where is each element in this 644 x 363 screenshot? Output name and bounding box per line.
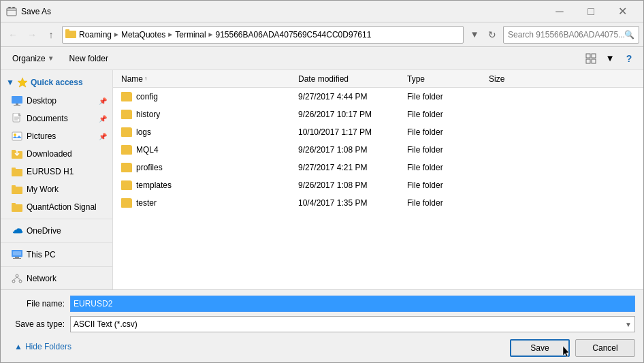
search-box: 🔍 (503, 26, 639, 44)
saveas-select[interactable]: ASCII Text (*.csv) ▼ (70, 316, 635, 332)
table-row[interactable]: profiles 9/27/2017 4:21 PM File folder (113, 159, 643, 176)
hide-folders-button[interactable]: ▲ Hide Folders (9, 339, 77, 354)
table-row[interactable]: templates 9/26/2017 1:08 PM File folder (113, 176, 643, 194)
col-size-header[interactable]: Size (486, 74, 638, 84)
search-input[interactable] (508, 30, 624, 40)
thispc-label: This PC (27, 250, 56, 259)
folder-icon (121, 92, 132, 101)
downloaded-label: Downloaded (27, 149, 72, 159)
svg-rect-10 (12, 96, 22, 104)
svg-marker-9 (18, 78, 27, 87)
sidebar-item-thispc[interactable]: This PC (1, 246, 112, 264)
svg-rect-8 (592, 59, 596, 63)
sidebar-item-onedrive[interactable]: OneDrive (1, 222, 112, 240)
sidebar-item-eurusd[interactable]: EURUSD H1 (1, 163, 112, 180)
file-name: logs (136, 127, 151, 137)
sidebar-item-pictures[interactable]: Pictures 📌 (1, 127, 112, 145)
file-list-header: Name ↑ Date modified Type Size (113, 70, 643, 88)
refresh-button[interactable]: ↻ (484, 27, 500, 43)
documents-pin: 📌 (99, 115, 107, 123)
svg-rect-26 (12, 203, 16, 205)
up-button[interactable]: ↑ (43, 27, 59, 43)
svg-point-18 (14, 133, 16, 136)
svg-rect-28 (15, 257, 19, 258)
file-name: MQL4 (136, 145, 159, 155)
svg-rect-30 (13, 251, 21, 255)
table-row[interactable]: MQL4 9/26/2017 1:08 PM File folder (113, 141, 643, 159)
sidebar-item-desktop[interactable]: Desktop 📌 (1, 92, 112, 110)
view-dropdown-arrow: ▼ (605, 53, 614, 63)
breadcrumb-metaquotes[interactable]: MetaQuotes (121, 30, 165, 40)
file-name: tester (136, 198, 157, 208)
help-button[interactable]: ? (620, 50, 638, 67)
window-icon (6, 6, 17, 17)
col-type-header[interactable]: Type (404, 74, 486, 84)
table-row[interactable]: tester 10/4/2017 1:35 PM File folder (113, 194, 643, 212)
filename-input[interactable] (70, 296, 635, 312)
sidebar-item-network[interactable]: Network (1, 270, 112, 287)
table-row[interactable]: config 9/27/2017 4:44 PM File folder (113, 88, 643, 106)
col-date-header[interactable]: Date modified (295, 74, 404, 84)
svg-rect-5 (586, 54, 590, 58)
svg-rect-20 (12, 150, 16, 152)
hide-folders-arrow: ▲ (14, 342, 22, 351)
sidebar-item-mywork[interactable]: My Work (1, 180, 112, 198)
organize-arrow: ▼ (48, 54, 54, 62)
hide-folders-label: Hide Folders (25, 342, 71, 351)
forward-button[interactable]: → (24, 27, 40, 43)
table-row[interactable]: history 9/26/2017 10:17 PM File folder (113, 106, 643, 123)
file-date: 9/26/2017 1:08 PM (295, 145, 404, 155)
pictures-pin: 📌 (99, 133, 107, 140)
folder-icon (121, 110, 132, 119)
breadcrumb[interactable]: Roaming ► MetaQuotes ► Terminal ► 915566… (62, 26, 464, 44)
view-dropdown-button[interactable]: ▼ (601, 50, 619, 67)
svg-rect-4 (65, 29, 69, 31)
minimize-button[interactable]: ─ (544, 1, 575, 22)
maximize-button[interactable]: □ (575, 1, 607, 22)
sidebar-divider-3 (1, 266, 112, 267)
cancel-button[interactable]: Cancel (575, 339, 635, 357)
sidebar-item-documents[interactable]: Documents 📌 (1, 110, 112, 127)
view-toggle-button[interactable] (582, 50, 600, 67)
table-row[interactable]: logs 10/10/2017 1:17 PM File folder (113, 123, 643, 141)
sidebar-item-quantaction[interactable]: QuantAction Signal (1, 198, 112, 216)
cancel-label: Cancel (592, 343, 617, 353)
sidebar-item-downloaded[interactable]: Downloaded (1, 145, 112, 163)
close-button[interactable]: ✕ (607, 1, 638, 22)
file-type: File folder (404, 163, 486, 172)
svg-rect-7 (586, 59, 590, 63)
pictures-label: Pictures (27, 131, 56, 141)
file-date: 9/27/2017 4:21 PM (295, 163, 404, 172)
quick-access-header[interactable]: ▼ Quick access (1, 73, 112, 92)
dialog-buttons: Save Cancel (510, 339, 635, 357)
back-button[interactable]: ← (5, 27, 21, 43)
quick-access-icon (17, 77, 28, 88)
file-date: 10/4/2017 1:35 PM (295, 198, 404, 208)
downloaded-icon (12, 148, 22, 159)
svg-rect-17 (12, 132, 22, 140)
new-folder-button[interactable]: New folder (63, 52, 114, 65)
eurusd-label: EURUSD H1 (27, 167, 74, 176)
col-name-header[interactable]: Name ↑ (118, 74, 295, 84)
file-date: 9/26/2017 10:17 PM (295, 110, 404, 119)
file-name: templates (136, 180, 172, 190)
saveas-label: Save as type: (9, 319, 70, 329)
file-type: File folder (404, 127, 486, 137)
cursor-indicator (560, 346, 571, 360)
file-type: File folder (404, 110, 486, 119)
saveas-dropdown-arrow: ▼ (625, 321, 632, 328)
desktop-label: Desktop (27, 96, 57, 106)
filename-label: File name: (9, 299, 70, 309)
breadcrumb-roaming[interactable]: Roaming (79, 30, 112, 40)
save-button[interactable]: Save (510, 339, 570, 357)
breadcrumb-dropdown-button[interactable]: ▼ (468, 26, 481, 44)
svg-rect-6 (592, 54, 596, 58)
svg-rect-1 (8, 7, 11, 8)
saveas-value: ASCII Text (*.csv) (74, 319, 138, 329)
filename-row: File name: (9, 296, 635, 312)
sidebar: ▼ Quick access Desktop 📌 (1, 70, 113, 289)
breadcrumb-terminal[interactable]: Terminal (175, 30, 206, 40)
desktop-icon (12, 95, 22, 106)
breadcrumb-id[interactable]: 915566BA06ADA407569C544CC0D97611 (215, 30, 371, 40)
organize-button[interactable]: Organize ▼ (6, 52, 61, 65)
